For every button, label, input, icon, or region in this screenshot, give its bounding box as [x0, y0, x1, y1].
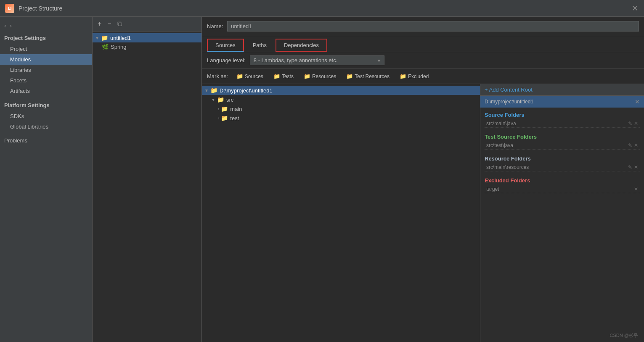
source-folder-path-0: src\main\java: [486, 121, 516, 126]
name-label: Name:: [207, 23, 223, 29]
resource-folder-path-0: src\main\resources: [486, 164, 529, 170]
root-folder-icon: 📁: [210, 87, 217, 94]
chevron-down-icon: ▼: [95, 36, 99, 40]
tab-sources[interactable]: Sources: [207, 39, 244, 52]
source-tree-item-root[interactable]: ▼ 📁 D:\myproject\untitled1: [202, 86, 480, 95]
excluded-folder-actions-0: ✕: [634, 186, 638, 192]
sidebar-item-modules[interactable]: Modules: [0, 54, 92, 65]
resource-folder-item-0: src\main\resources ✎ ✕: [485, 163, 640, 171]
mark-as-excluded-button[interactable]: 📁 Excluded: [396, 72, 432, 80]
back-arrow[interactable]: ‹: [4, 22, 6, 29]
nav-arrows: ‹ ›: [0, 20, 92, 33]
right-info-header: + Add Content Root: [480, 84, 644, 96]
excluded-folder-icon: 📁: [400, 73, 406, 79]
language-level-label: Language level:: [207, 57, 246, 63]
test-source-folders-title: Test Source Folders: [485, 134, 640, 140]
edit-resource-folder-icon[interactable]: ✎: [628, 164, 632, 170]
edit-source-folder-icon[interactable]: ✎: [628, 121, 632, 126]
sidebar-item-artifacts[interactable]: Artifacts: [0, 86, 92, 96]
copy-module-button[interactable]: ⧉: [116, 19, 124, 29]
mark-as-sources-button[interactable]: 📁 Sources: [233, 72, 267, 80]
sidebar-item-sdks[interactable]: SDKs: [0, 111, 92, 121]
excluded-folders-title: Excluded Folders: [485, 177, 640, 184]
source-folders-title: Source Folders: [485, 112, 640, 118]
tab-paths[interactable]: Paths: [245, 39, 275, 51]
resource-folders-section: Resource Folders src\main\resources ✎ ✕: [480, 151, 644, 173]
test-source-folder-actions-0: ✎ ✕: [628, 142, 638, 148]
project-settings-heading: Project Settings: [0, 33, 92, 44]
mark-as-row: Mark as: 📁 Sources 📁 Tests 📁 Resources 📁…: [202, 69, 644, 84]
tree-toolbar: + − ⧉: [93, 17, 201, 32]
excluded-folder-path-0: target: [486, 186, 499, 192]
tab-dependencies[interactable]: Dependencies: [276, 39, 327, 52]
remove-resource-folder-icon[interactable]: ✕: [634, 164, 638, 170]
language-level-row: Language level: 3 - Enums, autoboxing, f…: [202, 52, 644, 69]
chevron-right-icon: ›: [218, 116, 219, 121]
language-level-select[interactable]: 3 - Enums, autoboxing, for-each etc. 5 -…: [250, 55, 384, 65]
name-input[interactable]: [227, 21, 639, 32]
remove-test-source-folder-icon[interactable]: ✕: [634, 142, 638, 148]
source-tree-item-main[interactable]: › 📁 main: [202, 104, 480, 113]
forward-arrow[interactable]: ›: [10, 22, 12, 29]
sidebar: ‹ › Project Settings Project Modules Lib…: [0, 17, 93, 342]
tree-item-spring[interactable]: 🌿 Spring: [93, 42, 201, 51]
sidebar-item-libraries[interactable]: Libraries: [0, 65, 92, 75]
source-tree: ▼ 📁 D:\myproject\untitled1 ▼ 📁 src › 📁 m…: [202, 84, 480, 342]
mark-as-resources-button[interactable]: 📁 Resources: [300, 72, 339, 80]
mark-as-test-resources-button[interactable]: 📁 Test Resources: [343, 72, 393, 80]
chevron-down-icon: ▼: [204, 88, 209, 93]
src-folder-icon: 📁: [217, 96, 224, 103]
tests-folder-icon: 📁: [273, 73, 280, 79]
source-tree-item-test[interactable]: › 📁 test: [202, 113, 480, 123]
right-info-panel: + Add Content Root D:\myproject\untitled…: [480, 84, 644, 342]
sidebar-item-global-libraries[interactable]: Global Libraries: [0, 121, 92, 132]
add-module-button[interactable]: +: [96, 19, 103, 29]
platform-settings-heading: Platform Settings: [0, 98, 92, 111]
close-button[interactable]: ✕: [632, 4, 638, 13]
tabs-row: Sources Paths Dependencies: [202, 36, 644, 52]
remove-excluded-folder-icon[interactable]: ✕: [634, 186, 638, 192]
excluded-folders-section: Excluded Folders target ✕: [480, 173, 644, 195]
remove-module-button[interactable]: −: [106, 19, 113, 29]
spring-icon: 🌿: [102, 44, 109, 50]
title-bar: IJ Project Structure ✕: [0, 0, 644, 17]
content-panel: Name: Sources Paths Dependencies Languag…: [202, 17, 644, 342]
test-source-folder-item-0: src\test\java ✎ ✕: [485, 142, 640, 150]
test-source-folder-path-0: src\test\java: [486, 142, 513, 148]
watermark: CSDN @杉乎: [610, 332, 638, 339]
main-folder-icon: 📁: [221, 105, 228, 112]
test-folder-icon: 📁: [221, 115, 228, 121]
resource-folder-actions-0: ✎ ✕: [628, 164, 638, 170]
source-folder-item-0: src\main\java ✎ ✕: [485, 120, 640, 128]
sidebar-item-facets[interactable]: Facets: [0, 75, 92, 86]
edit-test-source-folder-icon[interactable]: ✎: [628, 142, 632, 148]
module-tree-panel: + − ⧉ ▼ 📁 untitled1 🌿 Spring: [93, 17, 202, 342]
chevron-down-icon: ▼: [211, 97, 215, 102]
source-tree-item-src[interactable]: ▼ 📁 src: [202, 95, 480, 104]
resources-folder-icon: 📁: [304, 73, 310, 79]
mark-as-tests-button[interactable]: 📁 Tests: [270, 72, 297, 80]
test-resources-folder-icon: 📁: [346, 73, 353, 79]
window-title: Project Structure: [19, 5, 62, 12]
resource-folders-title: Resource Folders: [485, 155, 640, 162]
main-container: ‹ › Project Settings Project Modules Lib…: [0, 17, 644, 342]
sources-folder-icon: 📁: [236, 73, 243, 79]
sidebar-item-problems[interactable]: Problems: [0, 135, 92, 146]
module-tree-content: ▼ 📁 untitled1 🌿 Spring: [93, 32, 201, 342]
remove-source-folder-icon[interactable]: ✕: [634, 121, 638, 126]
chevron-right-icon: ›: [218, 107, 219, 111]
excluded-folder-item-0: target ✕: [485, 185, 640, 193]
content-split: ▼ 📁 D:\myproject\untitled1 ▼ 📁 src › 📁 m…: [202, 84, 644, 342]
right-info-path-row: D:\myproject\untitled1 ✕: [480, 96, 644, 108]
app-logo: IJ: [5, 4, 14, 13]
sidebar-item-project[interactable]: Project: [0, 44, 92, 54]
tree-item-untitled1[interactable]: ▼ 📁 untitled1: [93, 33, 201, 42]
content-root-path: D:\myproject\untitled1: [485, 99, 533, 105]
name-row: Name:: [202, 17, 644, 36]
close-content-root-button[interactable]: ✕: [635, 98, 640, 105]
add-content-root-button[interactable]: + Add Content Root: [485, 87, 533, 93]
source-folder-actions-0: ✎ ✕: [628, 121, 638, 126]
folder-icon: 📁: [101, 34, 108, 41]
mark-as-label: Mark as:: [207, 73, 228, 79]
test-source-folders-section: Test Source Folders src\test\java ✎ ✕: [480, 129, 644, 151]
